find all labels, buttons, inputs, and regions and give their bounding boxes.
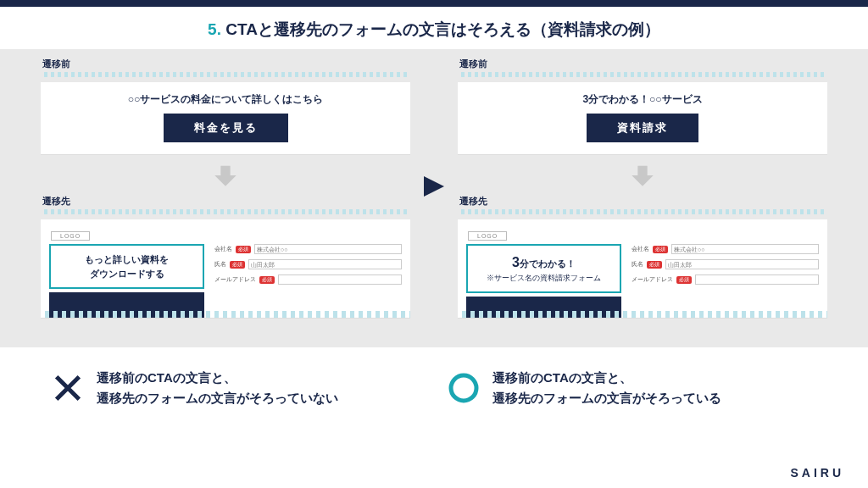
form-headline-callout: 3分でわかる！ ※サービス名の資料請求フォーム bbox=[466, 244, 621, 293]
cta-card-before: ○○サービスの料金について詳しくはこちら 料金を見る bbox=[41, 82, 410, 154]
title-number: 5. bbox=[208, 20, 221, 38]
cta-button[interactable]: 資料請求 bbox=[587, 114, 698, 142]
wave-divider bbox=[41, 311, 410, 318]
top-accent-bar bbox=[0, 0, 868, 7]
title-text: CTAと遷移先のフォームの文言はそろえる（資料請求の例） bbox=[225, 20, 660, 38]
form-fields: 会社名必須 氏名必須 メールアドレス必須 bbox=[214, 244, 402, 318]
bad-summary: 遷移前のCTAの文言と、 遷移先のフォームの文言がそろっていない bbox=[51, 368, 421, 408]
company-field[interactable] bbox=[671, 244, 819, 254]
wave-divider bbox=[458, 72, 827, 77]
brand-logo: SAIRU bbox=[790, 466, 844, 480]
after-label: 遷移先 bbox=[42, 195, 410, 208]
wave-divider bbox=[458, 311, 827, 318]
summary-footer: 遷移前のCTAの文言と、 遷移先のフォームの文言がそろっていない 遷移前のCTA… bbox=[0, 347, 868, 408]
cta-card-before: 3分でわかる！○○サービス 資料請求 bbox=[458, 82, 827, 154]
page-title: 5. CTAと遷移先のフォームの文言はそろえる（資料請求の例） bbox=[0, 7, 868, 49]
down-arrow-icon bbox=[458, 161, 827, 190]
comparison-stage: 遷移前 ○○サービスの料金について詳しくはこちら 料金を見る 遷移先 LOGO … bbox=[0, 49, 868, 347]
cross-icon bbox=[51, 371, 85, 405]
wave-divider bbox=[458, 209, 827, 214]
form-fields: 会社名必須 氏名必須 メールアドレス必須 bbox=[632, 244, 819, 318]
good-summary: 遷移前のCTAの文言と、 遷移先のフォームの文言がそろっている bbox=[447, 368, 817, 408]
name-field[interactable] bbox=[665, 259, 819, 269]
cta-lead-text: 3分でわかる！○○サービス bbox=[473, 92, 812, 107]
circle-icon bbox=[447, 371, 481, 405]
svg-point-0 bbox=[451, 375, 476, 401]
name-field[interactable] bbox=[248, 259, 402, 269]
before-label: 遷移前 bbox=[459, 58, 827, 70]
cta-lead-text: ○○サービスの料金について詳しくはこちら bbox=[56, 92, 395, 107]
logo-placeholder: LOGO bbox=[51, 231, 90, 241]
email-field[interactable] bbox=[695, 274, 819, 285]
bad-example-column: 遷移前 ○○サービスの料金について詳しくはこちら 料金を見る 遷移先 LOGO … bbox=[41, 58, 410, 318]
logo-placeholder: LOGO bbox=[468, 231, 507, 241]
cta-button[interactable]: 料金を見る bbox=[164, 114, 288, 142]
form-card-after: LOGO 3分でわかる！ ※サービス名の資料請求フォーム 会社名必須 氏名必須 … bbox=[458, 219, 827, 318]
wave-divider bbox=[41, 209, 410, 214]
email-field[interactable] bbox=[278, 274, 402, 285]
right-arrow-icon bbox=[419, 171, 449, 205]
form-headline-callout: もっと詳しい資料を ダウンロードする bbox=[49, 244, 204, 289]
company-field[interactable] bbox=[254, 244, 402, 254]
before-label: 遷移前 bbox=[42, 58, 410, 70]
after-label: 遷移先 bbox=[459, 195, 827, 208]
form-card-after: LOGO もっと詳しい資料を ダウンロードする 会社名必須 氏名必須 メールアド… bbox=[41, 219, 410, 318]
good-example-column: 遷移前 3分でわかる！○○サービス 資料請求 遷移先 LOGO 3分でわかる！ … bbox=[458, 58, 827, 318]
down-arrow-icon bbox=[41, 161, 410, 190]
wave-divider bbox=[41, 72, 410, 77]
